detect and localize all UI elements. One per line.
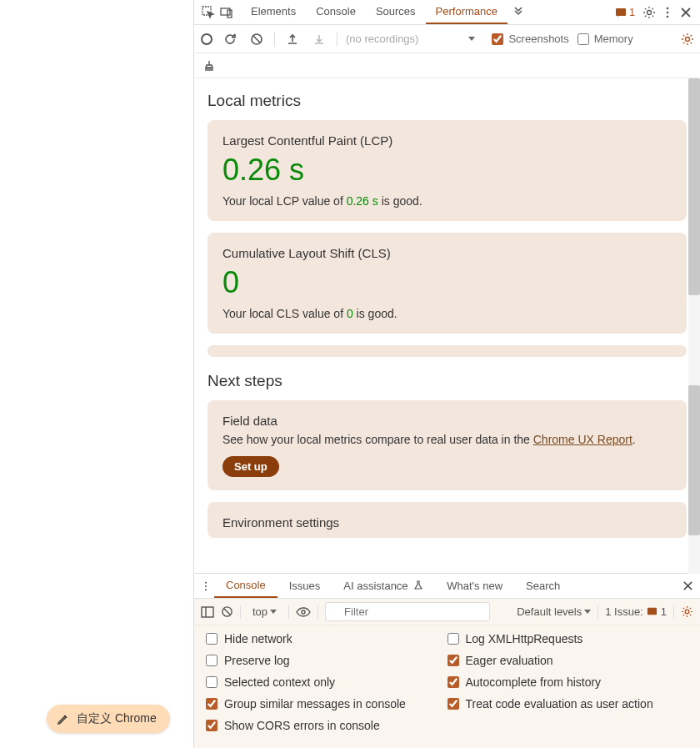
- svg-point-4: [648, 10, 652, 14]
- console-setting-item[interactable]: Group similar messages in console: [206, 697, 448, 710]
- screenshots-label: Screenshots: [508, 33, 568, 45]
- memory-checkbox[interactable]: Memory: [578, 33, 633, 45]
- svg-point-10: [205, 581, 207, 583]
- performance-panel-body[interactable]: Local metrics Largest Contentful Paint (…: [194, 78, 700, 573]
- close-devtools-icon[interactable]: [677, 3, 695, 22]
- console-setting-label: Treat code evaluation as user action: [466, 697, 653, 710]
- console-setting-item[interactable]: Treat code evaluation as user action: [448, 697, 689, 710]
- customize-chrome-label: 自定义 Chrome: [77, 711, 157, 726]
- svg-point-7: [667, 15, 669, 18]
- tab-sources[interactable]: Sources: [366, 0, 426, 24]
- svg-point-12: [205, 589, 207, 590]
- console-setting-item[interactable]: Eager evaluation: [448, 654, 689, 667]
- console-settings-left: Hide networkPreserve logSelected context…: [206, 632, 448, 732]
- drawer-tab-ai-assistance[interactable]: AI assistance: [332, 575, 435, 597]
- filter-wrap: [325, 602, 490, 621]
- flask-icon: [413, 580, 423, 590]
- tab-console[interactable]: Console: [306, 0, 366, 24]
- setup-button[interactable]: Set up: [222, 456, 279, 477]
- log-levels-selector[interactable]: Default levels: [517, 605, 591, 618]
- upload-icon[interactable]: [283, 30, 302, 48]
- svg-point-5: [667, 7, 669, 9]
- pencil-icon: [57, 712, 70, 725]
- device-toolbar-icon[interactable]: [218, 3, 236, 22]
- svg-rect-1: [221, 8, 230, 15]
- performance-toolbar: (no recordings) Screenshots Memory: [194, 25, 700, 53]
- perf-scrollbar-track[interactable]: [688, 78, 700, 574]
- perf-scrollbar-thumb[interactable]: [688, 78, 700, 295]
- third-card-peek: [208, 345, 687, 357]
- settings-gear-icon[interactable]: [640, 3, 658, 22]
- console-setting-item[interactable]: Selected context only: [206, 675, 448, 689]
- drawer-kebab-icon[interactable]: [201, 580, 211, 592]
- page-blank-area: [0, 0, 193, 748]
- field-data-card: Field data See how your local metrics co…: [208, 400, 687, 490]
- tab-elements[interactable]: Elements: [241, 0, 306, 24]
- recordings-label: (no recordings): [346, 33, 418, 45]
- drawer-tab-search[interactable]: Search: [514, 575, 572, 597]
- drawer-tab-whats-new[interactable]: What's new: [435, 575, 514, 597]
- performance-toolbar-row2: [194, 53, 700, 78]
- kebab-menu-icon[interactable]: [658, 3, 677, 22]
- next-steps-title: Next steps: [208, 372, 687, 390]
- console-toolbar: top Default levels 1 Issue:: [194, 599, 700, 625]
- console-sidebar-toggle-icon[interactable]: [201, 606, 214, 618]
- screenshots-checkbox[interactable]: Screenshots: [492, 33, 568, 45]
- console-setting-label: Group similar messages in console: [224, 697, 406, 710]
- download-icon[interactable]: [310, 30, 328, 48]
- clear-icon[interactable]: [248, 30, 266, 48]
- field-data-title: Field data: [222, 414, 672, 428]
- tab-performance[interactable]: Performance: [426, 0, 508, 24]
- console-settings-gear-icon[interactable]: [681, 605, 693, 618]
- perf-scrollbar-thumb-2[interactable]: [688, 385, 700, 535]
- console-drawer: Console Issues AI assistance What's new …: [194, 573, 700, 748]
- customize-chrome-button[interactable]: 自定义 Chrome: [47, 705, 170, 733]
- lcp-name: Largest Contentful Paint (LCP): [222, 133, 672, 148]
- cls-desc: Your local CLS value of 0 is good.: [222, 307, 672, 320]
- svg-point-17: [685, 610, 689, 614]
- context-selector[interactable]: top: [248, 604, 282, 620]
- console-setting-item[interactable]: Hide network: [206, 632, 448, 645]
- recordings-dropdown-icon[interactable]: [468, 37, 475, 41]
- console-setting-label: Show CORS errors in console: [224, 719, 380, 732]
- drawer-close-icon[interactable]: [682, 580, 693, 591]
- console-setting-item[interactable]: Show CORS errors in console: [206, 719, 448, 732]
- svg-rect-16: [648, 608, 657, 615]
- collect-garbage-icon[interactable]: [202, 59, 216, 73]
- chevron-down-icon: [584, 610, 591, 614]
- reload-icon[interactable]: [221, 30, 239, 48]
- svg-rect-3: [616, 8, 626, 16]
- console-setting-item[interactable]: Autocomplete from history: [448, 675, 689, 689]
- devtools-panel: Elements Console Sources Performance 1: [193, 0, 700, 748]
- drawer-tab-console[interactable]: Console: [214, 574, 278, 598]
- issues-badge[interactable]: 1: [610, 7, 640, 18]
- cls-card: Cumulative Layout Shift (CLS) 0 Your loc…: [208, 233, 687, 334]
- cls-value: 0: [222, 265, 672, 300]
- one-issue-link[interactable]: 1 Issue: 1: [605, 605, 667, 618]
- console-settings-right: Log XMLHttpRequestsEager evaluationAutoc…: [448, 632, 689, 732]
- cls-name: Cumulative Layout Shift (CLS): [222, 246, 672, 260]
- field-data-desc: See how your local metrics compare to re…: [222, 433, 672, 446]
- console-setting-item[interactable]: Preserve log: [206, 654, 448, 667]
- inspect-element-icon[interactable]: [199, 3, 218, 22]
- svg-point-9: [686, 37, 690, 41]
- lcp-card: Largest Contentful Paint (LCP) 0.26 s Yo…: [208, 120, 687, 221]
- env-settings-card: Environment settings: [208, 502, 687, 538]
- tabs-overflow-icon[interactable]: [508, 7, 529, 18]
- console-clear-icon[interactable]: [221, 605, 233, 618]
- console-setting-label: Selected context only: [224, 675, 335, 689]
- console-setting-label: Hide network: [224, 632, 292, 645]
- devtools-header: Elements Console Sources Performance 1: [194, 0, 700, 25]
- record-button[interactable]: [201, 33, 212, 45]
- drawer-tab-issues[interactable]: Issues: [278, 575, 332, 597]
- env-settings-title: Environment settings: [222, 515, 672, 530]
- chrome-ux-report-link[interactable]: Chrome UX Report: [533, 433, 632, 446]
- perf-settings-gear-icon[interactable]: [678, 30, 697, 48]
- devtools-tabs: Elements Console Sources Performance: [241, 0, 508, 24]
- issues-count: 1: [629, 7, 635, 18]
- console-setting-item[interactable]: Log XMLHttpRequests: [448, 632, 689, 645]
- filter-input[interactable]: [325, 602, 490, 621]
- live-expression-icon[interactable]: [296, 607, 311, 617]
- console-setting-label: Log XMLHttpRequests: [466, 632, 583, 645]
- console-setting-label: Eager evaluation: [466, 654, 553, 667]
